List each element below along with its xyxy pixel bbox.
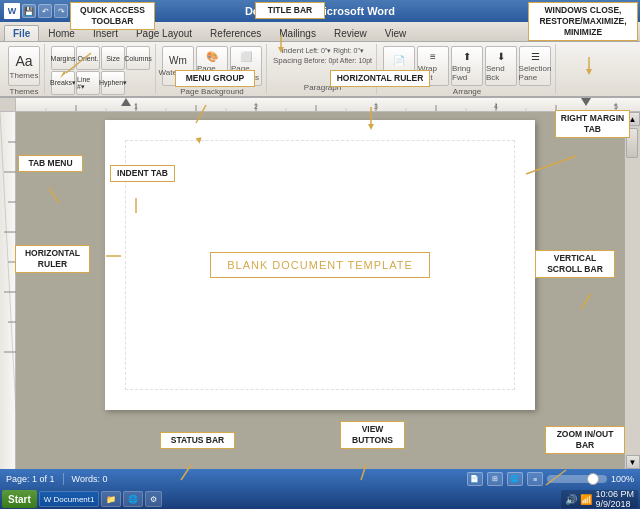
save-quick-btn[interactable]: 💾: [22, 4, 36, 18]
taskbar-chrome-btn[interactable]: ⚙: [145, 491, 162, 507]
send-backward-btn[interactable]: ⬇ Send Bck: [485, 46, 517, 86]
word-count: Words: 0: [72, 474, 108, 484]
hyphenation-btn[interactable]: Hyphen▾: [101, 71, 125, 95]
size-btn[interactable]: Size: [101, 46, 125, 70]
status-sep-1: [63, 473, 64, 485]
annotation-zoom-bar: ZOOM IN/OUT BAR: [545, 426, 625, 454]
zoom-slider[interactable]: [547, 475, 607, 483]
redo-quick-btn[interactable]: ↷: [54, 4, 68, 18]
view-print-btn[interactable]: 📄: [467, 472, 483, 486]
svg-text:3: 3: [374, 103, 378, 110]
ribbon-body: Aa Themes Themes Margins Orient. Size Co…: [0, 42, 640, 98]
status-bar: Page: 1 of 1 Words: 0 📄 ⊞ 🌐 ≡ 100%: [0, 469, 640, 489]
status-right: 📄 ⊞ 🌐 ≡ 100%: [467, 472, 634, 486]
vertical-ruler: [0, 112, 16, 469]
undo-quick-btn[interactable]: ↶: [38, 4, 52, 18]
svg-marker-27: [581, 98, 591, 106]
annotation-h-ruler-left: HORIZONTAL RULER: [15, 245, 90, 273]
tab-file[interactable]: File: [4, 25, 39, 41]
annotation-quick-access: QUICK ACCESS TOOLBAR: [70, 2, 155, 30]
svg-text:2: 2: [254, 103, 258, 110]
selection-pane-btn[interactable]: ☰ Selection Pane: [519, 46, 551, 86]
ribbon-group-page-setup: Margins Orient. Size Columns Breaks▾ Lin…: [47, 44, 156, 94]
line-numbers-btn[interactable]: Line #▾: [76, 71, 100, 95]
orientation-btn[interactable]: Orient.: [76, 46, 100, 70]
taskbar-explorer-btn[interactable]: 📁: [101, 491, 121, 507]
app-icon: W: [4, 3, 20, 19]
annotation-right-margin: RIGHT MARGIN TAB: [555, 110, 630, 138]
columns-btn[interactable]: Columns: [126, 46, 150, 70]
horizontal-ruler: 1 2 3 4 5: [16, 98, 640, 111]
document-area: BLANK DOCUMENT TEMPLATE: [16, 112, 624, 469]
annotation-tab-menu: TAB MENU: [18, 155, 83, 172]
taskbar-ie-btn[interactable]: 🌐: [123, 491, 143, 507]
annotation-view-buttons: VIEW BUTTONS: [340, 421, 405, 449]
svg-marker-26: [121, 98, 131, 106]
view-outline-btn[interactable]: ≡: [527, 472, 543, 486]
ribbon-group-themes: Aa Themes Themes: [4, 44, 45, 94]
tab-review[interactable]: Review: [325, 25, 376, 41]
tab-view[interactable]: View: [376, 25, 416, 41]
document-page: BLANK DOCUMENT TEMPLATE: [105, 120, 535, 410]
main-area: BLANK DOCUMENT TEMPLATE ▲ ▼: [0, 112, 640, 469]
scroll-down-btn[interactable]: ▼: [626, 455, 640, 469]
horizontal-ruler-row: 1 2 3 4 5: [0, 98, 640, 112]
blank-document-label: BLANK DOCUMENT TEMPLATE: [210, 252, 430, 278]
vertical-scrollbar: ▲ ▼: [624, 112, 640, 469]
bring-forward-btn[interactable]: ⬆ Bring Fwd: [451, 46, 483, 86]
annotation-title-bar: TITLE BAR: [255, 2, 325, 19]
tab-mailings[interactable]: Mailings: [270, 25, 325, 41]
svg-text:4: 4: [494, 103, 498, 110]
document-inner: BLANK DOCUMENT TEMPLATE: [125, 140, 515, 390]
page-count: Page: 1 of 1: [6, 474, 55, 484]
system-clock: 10:06 PM 9/9/2018: [595, 489, 634, 509]
svg-text:1: 1: [134, 103, 138, 110]
scroll-track: [626, 126, 640, 455]
annotation-indent-tab: INDENT TAB: [110, 165, 175, 182]
view-web-btn[interactable]: 🌐: [507, 472, 523, 486]
tab-references[interactable]: References: [201, 25, 270, 41]
annotation-v-scrollbar: VERTICAL SCROLL BAR: [535, 250, 615, 278]
start-button[interactable]: Start: [2, 490, 37, 508]
annotation-menu-group: MENU GROUP: [175, 70, 255, 87]
svg-text:5: 5: [614, 103, 618, 110]
annotation-status-bar: STATUS BAR: [160, 432, 235, 449]
ruler-corner: [0, 98, 16, 111]
annotation-window-controls: WINDOWS CLOSE, RESTORE/MAXIMIZE, MINIMIZ…: [528, 2, 638, 41]
zoom-thumb[interactable]: [587, 473, 599, 485]
view-full-btn[interactable]: ⊞: [487, 472, 503, 486]
taskbar-systray: 🔊 📶 10:06 PM 9/9/2018: [561, 490, 638, 508]
zoom-level: 100%: [611, 474, 634, 484]
margins-btn[interactable]: Margins: [51, 46, 75, 70]
themes-btn[interactable]: Aa Themes: [8, 46, 40, 86]
taskbar-word-btn[interactable]: W Document1: [39, 491, 100, 507]
annotation-h-ruler-top: HORIZONTAL RULER: [330, 70, 430, 87]
taskbar: Start W Document1 📁 🌐 ⚙ 🔊 📶 10:06 PM 9/9…: [0, 489, 640, 509]
